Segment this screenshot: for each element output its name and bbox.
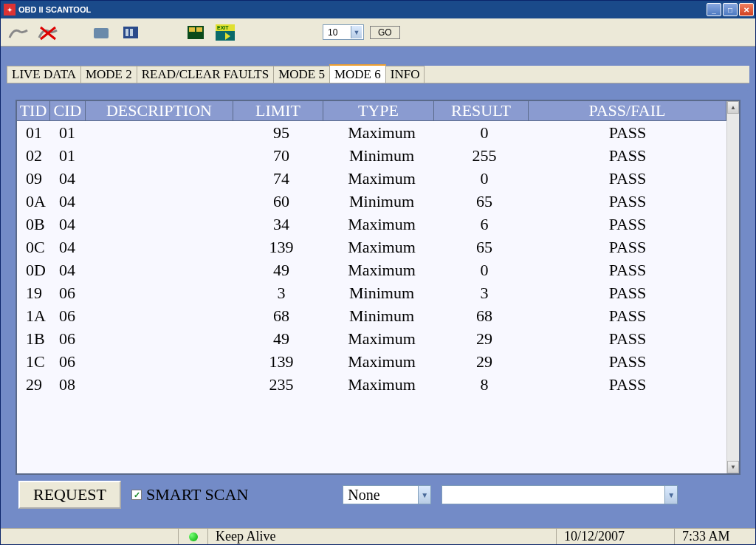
col-description: DESCRIPTION [86, 101, 233, 120]
status-led-icon [189, 532, 198, 541]
cell-description [89, 373, 236, 396]
connect-icon[interactable] [7, 22, 30, 43]
tab-mode-2[interactable]: MODE 2 [80, 66, 137, 83]
status-time: 7:33 AM [674, 529, 755, 544]
table-row[interactable]: 2908235Maximum8PASS [17, 373, 726, 396]
request-button[interactable]: REQUEST [18, 481, 121, 509]
cell-description [89, 121, 236, 144]
cell-tid: 02 [20, 144, 53, 167]
status-date: 10/12/2007 [556, 529, 674, 544]
tab-read-clear-faults[interactable]: READ/CLEAR FAULTS [137, 66, 274, 83]
tab-info[interactable]: INFO [385, 66, 425, 83]
filter-dropdown-2[interactable]: ▼ [441, 485, 678, 504]
col-passfail: PASS/FAIL [529, 101, 726, 120]
cell-limit: 74 [236, 167, 326, 190]
cell-result: 65 [437, 190, 532, 213]
cell-description [89, 190, 236, 213]
cell-passfail: PASS [532, 236, 724, 258]
svg-rect-5 [130, 29, 133, 36]
cell-result: 0 [437, 258, 532, 281]
cell-limit: 139 [236, 236, 326, 258]
cell-cid: 01 [53, 144, 89, 167]
minimize-button[interactable]: _ [707, 3, 721, 16]
cell-type: Maximum [326, 167, 437, 190]
cell-cid: 06 [53, 327, 89, 350]
cell-limit: 68 [236, 304, 326, 327]
col-limit: LIMIT [233, 101, 323, 120]
go-button[interactable]: GO [370, 26, 400, 39]
cell-passfail: PASS [532, 144, 724, 167]
cell-type: Minimum [326, 281, 437, 304]
cell-passfail: PASS [532, 167, 724, 190]
disconnect-icon[interactable] [36, 22, 60, 43]
cell-limit: 3 [236, 281, 326, 304]
cell-limit: 34 [236, 213, 326, 236]
cell-result: 29 [437, 327, 532, 350]
cell-limit: 139 [236, 350, 326, 373]
cell-limit: 60 [236, 190, 326, 213]
exit-icon[interactable]: EXIT [213, 22, 237, 43]
speed-combo-value: 10 [328, 27, 337, 38]
cell-tid: 1A [20, 304, 53, 327]
titlebar: ✦ OBD II SCANTOOL _ □ ✕ [1, 1, 755, 18]
svg-rect-8 [196, 27, 202, 32]
cell-type: Maximum [326, 258, 437, 281]
table-row[interactable]: 1A0668Minimum68PASS [17, 304, 726, 327]
close-button[interactable]: ✕ [739, 3, 754, 16]
cell-tid: 0C [20, 236, 53, 258]
maximize-button[interactable]: □ [723, 3, 738, 16]
cell-tid: 19 [20, 281, 53, 304]
cell-cid: 04 [53, 190, 89, 213]
cell-limit: 70 [236, 144, 326, 167]
table-row[interactable]: 19063Minimum3PASS [17, 281, 726, 304]
tab-mode-6[interactable]: MODE 6 [329, 64, 386, 83]
svg-text:EXIT: EXIT [217, 25, 229, 30]
tab-mode-5[interactable]: MODE 5 [273, 66, 330, 83]
tab-live-data[interactable]: LIVE DATA [7, 66, 81, 83]
speed-combo[interactable]: 10 ▼ [323, 24, 364, 40]
table-row[interactable]: 090474Maximum0PASS [17, 167, 726, 190]
cell-result: 68 [437, 304, 532, 327]
table-row[interactable]: 010195Maximum0PASS [17, 121, 726, 144]
cell-cid: 06 [53, 304, 89, 327]
table-row[interactable]: 0A0460Minimum65PASS [17, 190, 726, 213]
cell-passfail: PASS [532, 350, 724, 373]
col-cid: CID [50, 101, 86, 120]
checkbox-icon: ✓ [131, 490, 142, 500]
cell-passfail: PASS [532, 373, 724, 396]
module-icon[interactable] [184, 22, 207, 43]
col-type: TYPE [323, 101, 434, 120]
cell-cid: 06 [53, 281, 89, 304]
cell-cid: 04 [53, 258, 89, 281]
table-row[interactable]: 0B0434Maximum6PASS [17, 213, 726, 236]
tabstrip-filler [424, 66, 749, 83]
cell-passfail: PASS [532, 121, 724, 144]
cell-limit: 49 [236, 258, 326, 281]
folder-icon[interactable] [89, 22, 113, 43]
vertical-scrollbar[interactable]: ▲ ▼ [726, 101, 739, 473]
table-row[interactable]: 0C04139Maximum65PASS [17, 236, 726, 258]
cell-passfail: PASS [532, 258, 724, 281]
cell-description [89, 350, 236, 373]
cell-result: 65 [437, 236, 532, 258]
col-result: RESULT [434, 101, 529, 120]
table-row[interactable]: 1B0649Maximum29PASS [17, 327, 726, 350]
cell-passfail: PASS [532, 213, 724, 236]
table-row[interactable]: 1C06139Maximum29PASS [17, 350, 726, 373]
cell-type: Maximum [326, 236, 437, 258]
content-area: LIVE DATA MODE 2 READ/CLEAR FAULTS MODE … [1, 47, 755, 528]
status-message: Keep Alive [207, 529, 556, 544]
cell-result: 0 [437, 121, 532, 144]
filter-dropdown-1[interactable]: None ▼ [343, 485, 431, 504]
scroll-up-icon[interactable]: ▲ [727, 101, 739, 114]
smart-scan-checkbox[interactable]: ✓ SMART SCAN [131, 485, 248, 504]
cell-description [89, 144, 236, 167]
app-window: ✦ OBD II SCANTOOL _ □ ✕ EXIT 10 [0, 0, 756, 545]
cell-limit: 95 [236, 121, 326, 144]
settings-icon[interactable] [119, 22, 142, 43]
scroll-down-icon[interactable]: ▼ [727, 461, 739, 473]
toolbar: EXIT 10 ▼ GO [1, 18, 755, 47]
cell-cid: 08 [53, 373, 89, 396]
table-row[interactable]: 020170Minimum255PASS [17, 144, 726, 167]
table-row[interactable]: 0D0449Maximum0PASS [17, 258, 726, 281]
